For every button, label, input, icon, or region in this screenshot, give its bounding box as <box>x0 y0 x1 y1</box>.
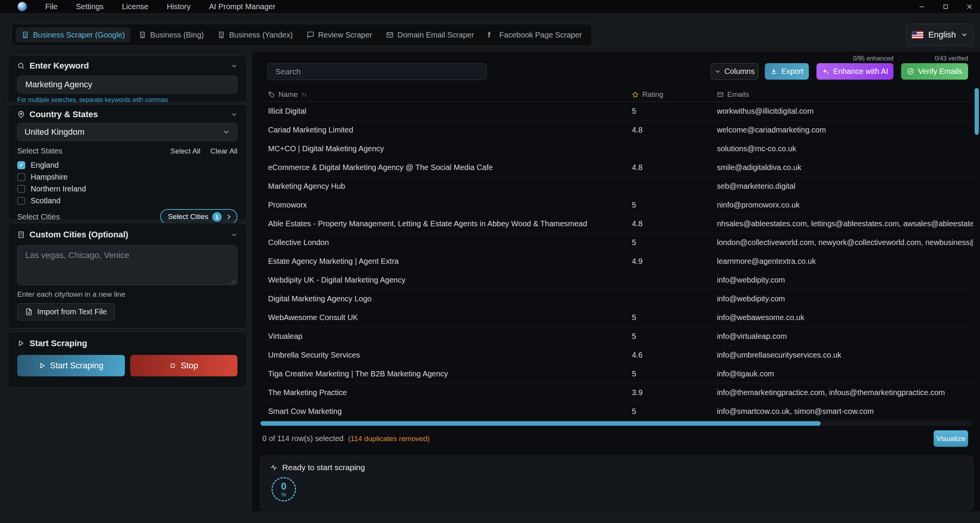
table-row[interactable]: WebAwesome Consult UK5info@webawesome.co… <box>260 308 973 327</box>
facebook-icon: f <box>488 31 496 39</box>
start-scraping-button[interactable]: Start Scraping <box>17 355 125 376</box>
menu-license[interactable]: License <box>122 2 149 11</box>
state-list: ✓ England Hampshire Northern Ireland Sco… <box>17 160 237 206</box>
us-flag-icon <box>912 31 923 39</box>
table-row[interactable]: Smart Cow Marketing5info@smartcow.co.uk,… <box>260 402 973 421</box>
progress-value: 0 <box>281 482 286 491</box>
visualize-button[interactable]: Visualize <box>934 430 968 447</box>
checkbox-unchecked[interactable] <box>17 197 25 205</box>
columns-button[interactable]: Columns <box>711 63 758 80</box>
checkbox-unchecked[interactable] <box>17 173 25 181</box>
menu-ai-prompt-manager[interactable]: AI Prompt Manager <box>209 2 275 11</box>
cell-emails: info@virtualeap.com <box>717 332 973 341</box>
tab-label: Business (Yandex) <box>229 31 293 39</box>
state-row-northern-ireland[interactable]: Northern Ireland <box>17 183 237 194</box>
select-cities-button[interactable]: Select Cities 1 <box>160 209 237 224</box>
chevron-down-icon[interactable] <box>231 63 237 69</box>
table-row[interactable]: Promoworx5ninfo@promoworx.co.uk <box>260 196 973 214</box>
state-row-england[interactable]: ✓ England <box>17 160 237 170</box>
tab-business-bing[interactable]: Business (Bing) <box>133 27 209 42</box>
resize-handle[interactable] <box>231 279 235 284</box>
activity-icon <box>270 464 278 471</box>
import-text-file-button[interactable]: Import from Text File <box>17 303 115 320</box>
table-row[interactable]: Cariad Marketing Limited4.8welcome@caria… <box>260 121 973 139</box>
column-header-emails: Emails <box>717 90 973 99</box>
stop-button[interactable]: Stop <box>130 355 238 376</box>
file-icon <box>25 308 33 315</box>
search-icon <box>17 62 25 70</box>
table-row[interactable]: Webdipity UK - Digital Marketing Agencyi… <box>260 271 973 289</box>
cell-rating: 5 <box>632 407 717 416</box>
table-row[interactable]: Umbrella Security Services4.6info@umbrel… <box>260 346 973 364</box>
table-row[interactable]: Able Estates - Property Management, Lett… <box>260 214 973 233</box>
table-row[interactable]: The Marketing Practice3.9info@themarketi… <box>260 383 973 402</box>
cell-name: Virtualeap <box>268 332 632 341</box>
cell-name: Able Estates - Property Management, Lett… <box>268 219 632 228</box>
table-row[interactable]: MC+CO | Digital Maketing Agencysolutions… <box>260 139 973 158</box>
columns-button-label: Columns <box>725 67 755 76</box>
tab-business-yandex[interactable]: Business (Yandex) <box>212 27 298 42</box>
check-circle-icon <box>907 68 914 75</box>
table-row[interactable]: Marketing Agency Hubseb@marketerio.digit… <box>260 177 973 196</box>
tag-icon <box>268 91 275 98</box>
custom-cities-panel-header[interactable]: Custom Cities (Optional) <box>17 229 237 240</box>
close-icon[interactable] <box>965 3 973 10</box>
chat-icon <box>307 31 314 39</box>
keyword-panel-header[interactable]: Enter Keyword <box>17 60 237 71</box>
menu-file[interactable]: File <box>45 2 57 11</box>
duplicates-removed: (114 duplicates removed) <box>348 435 430 443</box>
tab-business-scraper-google[interactable]: Business Scraper (Google) <box>16 27 131 42</box>
custom-cities-hint: Enter each city/town in a new line <box>17 290 237 299</box>
maximize-icon[interactable] <box>942 3 949 10</box>
cell-name: Illicit Digital <box>268 107 632 116</box>
cell-name: Promoworx <box>268 201 632 209</box>
download-icon <box>770 68 777 75</box>
verify-button-label: Verify Emails <box>918 67 962 76</box>
table-row[interactable]: Virtualeap5info@virtualeap.com <box>260 327 973 346</box>
verify-emails-button[interactable]: Verify Emails <box>901 63 968 80</box>
menu-settings[interactable]: Settings <box>76 2 103 11</box>
table-row[interactable]: Collective London5london@collectiveworld… <box>260 233 973 252</box>
horizontal-scrollbar-track[interactable] <box>260 421 973 426</box>
keyword-input[interactable] <box>17 76 237 93</box>
tab-review-scraper[interactable]: Review Scraper <box>301 27 378 42</box>
building-icon <box>218 31 225 39</box>
clear-all-link[interactable]: Clear All <box>210 147 237 155</box>
menu-history[interactable]: History <box>167 2 190 11</box>
enhance-with-ai-button[interactable]: Enhance with AI <box>816 63 893 80</box>
cell-name: Estate Agency Marketing | Agent Extra <box>268 257 632 266</box>
chevron-down-icon[interactable] <box>231 111 237 118</box>
cell-name: Smart Cow Marketing <box>268 407 632 416</box>
chevron-down-icon[interactable] <box>231 232 237 238</box>
column-header-name[interactable]: Name ↑↓ <box>268 90 632 99</box>
country-select[interactable]: United Kingdom <box>17 123 237 141</box>
vertical-scrollbar[interactable] <box>975 88 979 135</box>
cell-emails: info@webdipity.com <box>717 294 973 303</box>
results-table: Name ↑↓ Rating Emails Illicit Digital5wo… <box>260 87 973 421</box>
export-button[interactable]: Export <box>765 63 809 80</box>
location-panel-header[interactable]: Country & States <box>17 109 237 120</box>
checkbox-unchecked[interactable] <box>17 185 25 193</box>
verified-count: 0/43 verified <box>901 55 968 62</box>
table-row[interactable]: Tiga Creative Marketing | The B2B Market… <box>260 364 973 383</box>
search-input[interactable] <box>267 63 487 80</box>
state-row-scotland[interactable]: Scotland <box>17 195 237 206</box>
custom-cities-textarea[interactable] <box>17 245 237 285</box>
minimize-icon[interactable] <box>918 3 926 10</box>
map-pin-icon <box>17 111 25 118</box>
keyword-panel: Enter Keyword For multiple searches, sep… <box>8 56 247 102</box>
table-row[interactable]: Estate Agency Marketing | Agent Extra4.9… <box>260 252 973 271</box>
table-row[interactable]: Illicit Digital5workwithus@illicitdigita… <box>260 102 973 121</box>
select-all-link[interactable]: Select All <box>170 147 200 155</box>
horizontal-scrollbar[interactable] <box>260 421 821 426</box>
tab-domain-email-scraper[interactable]: Domain Email Scraper <box>380 27 480 42</box>
cell-name: Umbrella Security Services <box>268 351 632 360</box>
table-row[interactable]: eCommerce & Digital Marketing Agency @ T… <box>260 158 973 177</box>
state-label: England <box>31 161 59 170</box>
building-icon <box>17 231 25 239</box>
checkbox-checked[interactable]: ✓ <box>17 161 25 169</box>
table-row[interactable]: Digital Marketing Agency Logoinfo@webdip… <box>260 289 973 308</box>
language-selector[interactable]: English <box>906 24 973 46</box>
state-row-hampshire[interactable]: Hampshire <box>17 172 237 182</box>
tab-facebook-page-scraper[interactable]: f Facebook Page Scraper <box>482 27 588 42</box>
